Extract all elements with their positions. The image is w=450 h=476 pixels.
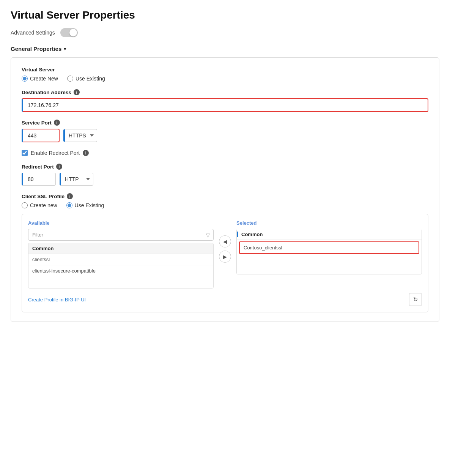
advanced-settings-label: Advanced Settings (11, 30, 55, 36)
page-title: Virtual Server Properties (11, 9, 439, 21)
general-properties-header[interactable]: General Properties ▾ (11, 46, 439, 52)
destination-address-field: Destination Address i (22, 89, 428, 112)
transfer-buttons: ◀ ▶ (219, 220, 231, 263)
service-port-input[interactable] (22, 129, 60, 142)
selected-label: Selected (236, 220, 422, 226)
advanced-settings-toggle[interactable] (60, 28, 78, 37)
redirect-port-label: Redirect Port i (22, 164, 428, 170)
service-port-info-icon[interactable]: i (54, 120, 60, 126)
enable-redirect-port-info-icon[interactable]: i (83, 150, 89, 156)
transfer-left-button[interactable]: ◀ (219, 235, 231, 247)
client-ssl-profile-section: Client SSL Profile i Create new Use Exis… (22, 193, 428, 312)
general-properties-chevron: ▾ (64, 46, 66, 52)
enable-redirect-port-row: Enable Redirect Port i (22, 150, 428, 156)
general-properties-label: General Properties (11, 46, 61, 52)
client-ssl-use-existing-label: Use Existing (75, 202, 104, 208)
client-ssl-create-new-label: Create new (30, 202, 57, 208)
selected-list-box: Common Contoso_clientssl (236, 229, 422, 274)
filter-input[interactable] (28, 229, 214, 241)
available-item-clientssl[interactable]: clientssl (28, 254, 213, 265)
dual-list-layout: Available ▽ Common clientssl clientssl-i… (28, 220, 422, 288)
redirect-port-field: Redirect Port i HTTP HTTPS Other (22, 164, 428, 186)
redirect-port-row: HTTP HTTPS Other (22, 173, 428, 186)
destination-address-wrapper (22, 98, 428, 112)
redirect-port-info-icon[interactable]: i (56, 164, 62, 170)
selected-panel: Selected Common Contoso_clientssl (236, 220, 422, 274)
client-ssl-profile-label: Client SSL Profile i (22, 193, 428, 199)
client-ssl-profile-info-icon[interactable]: i (67, 193, 73, 199)
client-ssl-use-existing[interactable]: Use Existing (66, 202, 104, 208)
advanced-settings-row: Advanced Settings (11, 28, 439, 37)
enable-redirect-port-checkbox[interactable] (22, 150, 28, 156)
create-profile-link[interactable]: Create Profile in BIG-IP UI (28, 297, 86, 303)
available-item-clientssl-insecure[interactable]: clientssl-insecure-compatible (28, 265, 213, 276)
filter-row: ▽ (28, 229, 214, 241)
general-properties-card: Virtual Server Create New Use Existing D… (11, 57, 439, 322)
destination-address-info-icon[interactable]: i (74, 89, 80, 95)
available-panel: Available ▽ Common clientssl clientssl-i… (28, 220, 214, 288)
client-ssl-create-new[interactable]: Create new (22, 202, 57, 208)
filter-icon: ▽ (206, 232, 210, 238)
destination-address-input[interactable] (22, 98, 428, 112)
available-group-header-common: Common (28, 243, 213, 254)
transfer-right-button[interactable]: ▶ (219, 251, 231, 263)
selected-group-header-bar (237, 232, 238, 237)
enable-redirect-port-label: Enable Redirect Port (31, 150, 80, 156)
create-new-label: Create New (30, 76, 58, 82)
service-port-field: Service Port i HTTPS HTTP Other (22, 120, 428, 142)
virtual-server-use-existing[interactable]: Use Existing (67, 76, 105, 82)
service-port-row: HTTPS HTTP Other (22, 129, 428, 142)
create-profile-row: Create Profile in BIG-IP UI ↻ (28, 293, 422, 306)
selected-group-header-common: Common (237, 229, 422, 240)
virtual-server-field: Virtual Server Create New Use Existing (22, 67, 428, 82)
available-label: Available (28, 220, 214, 226)
service-port-label: Service Port i (22, 120, 428, 126)
selected-item-contoso[interactable]: Contoso_clientssl (239, 241, 419, 254)
redirect-port-protocol-select[interactable]: HTTP HTTPS Other (60, 173, 93, 186)
virtual-server-label: Virtual Server (22, 67, 428, 73)
refresh-button[interactable]: ↻ (409, 293, 422, 306)
destination-address-label: Destination Address i (22, 89, 428, 95)
available-list-box: Common clientssl clientssl-insecure-comp… (28, 243, 214, 288)
virtual-server-radio-group: Create New Use Existing (22, 76, 428, 82)
dual-list-container: Available ▽ Common clientssl clientssl-i… (22, 214, 428, 312)
service-port-protocol-select[interactable]: HTTPS HTTP Other (63, 129, 97, 142)
selected-group-name: Common (241, 232, 263, 237)
redirect-port-input[interactable] (22, 173, 56, 186)
use-existing-label: Use Existing (76, 76, 105, 82)
client-ssl-radio-group: Create new Use Existing (22, 202, 428, 208)
virtual-server-create-new[interactable]: Create New (22, 76, 58, 82)
